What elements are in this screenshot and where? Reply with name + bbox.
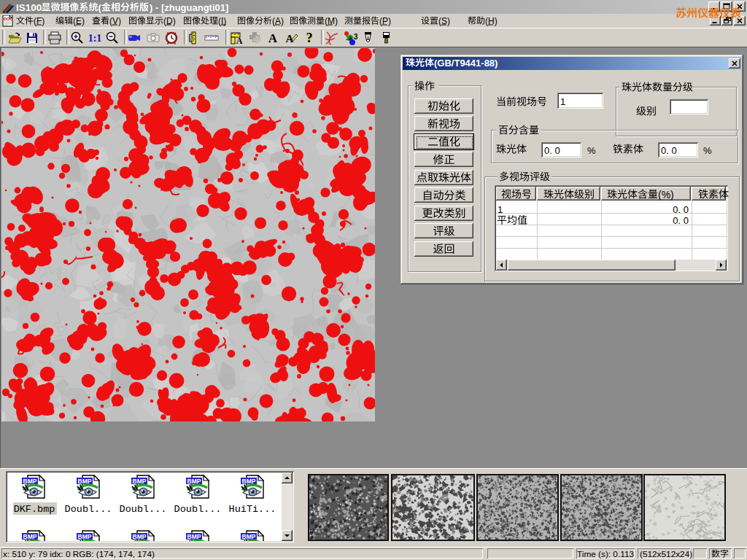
svg-text:1: 1 [498,204,503,215]
svg-text:(P): (P) [379,16,391,26]
svg-text:0. 0: 0. 0 [544,145,560,156]
svg-text:HuiTi...: HuiTi... [229,504,276,515]
svg-text:(E): (E) [73,16,85,26]
svg-text:(: ( [98,2,102,13]
svg-text:(%): (%) [658,189,674,201]
svg-text:(H): (H) [485,16,498,26]
svg-text:Doubl...: Doubl... [65,504,112,515]
svg-text:(D): (D) [163,16,176,26]
svg-text:x: 510 y: 79 idx: 0 RGB: (174: x: 510 y: 79 idx: 0 RGB: (174, 174, 174) [3,549,155,559]
svg-text:(I): (I) [218,16,226,26]
svg-text:Time (s): 0.113: Time (s): 0.113 [577,549,634,559]
svg-text:IS100: IS100 [16,2,42,13]
svg-text:(GB/T9441-88): (GB/T9441-88) [434,58,498,69]
svg-text:0. 0: 0. 0 [673,215,689,226]
svg-text:DKF.bmp: DKF.bmp [14,504,55,515]
svg-text:Doubl...: Doubl... [120,504,167,515]
svg-text:0. 0: 0. 0 [673,204,689,215]
svg-text:%: % [703,145,712,156]
svg-text:%: % [587,145,596,156]
svg-text:0. 0: 0. 0 [661,145,677,156]
svg-text:1: 1 [560,96,565,107]
svg-text:(S): (S) [438,16,450,26]
svg-text:(A): (A) [272,16,284,26]
svg-text:(M): (M) [325,16,338,26]
svg-text:Doubl...: Doubl... [174,504,222,515]
svg-text:) - [zhuguangti01]: ) - [zhuguangti01] [150,2,228,13]
svg-text:(512x512x24): (512x512x24) [640,549,692,559]
svg-text:(F): (F) [34,16,44,26]
svg-text:(V): (V) [109,16,121,26]
